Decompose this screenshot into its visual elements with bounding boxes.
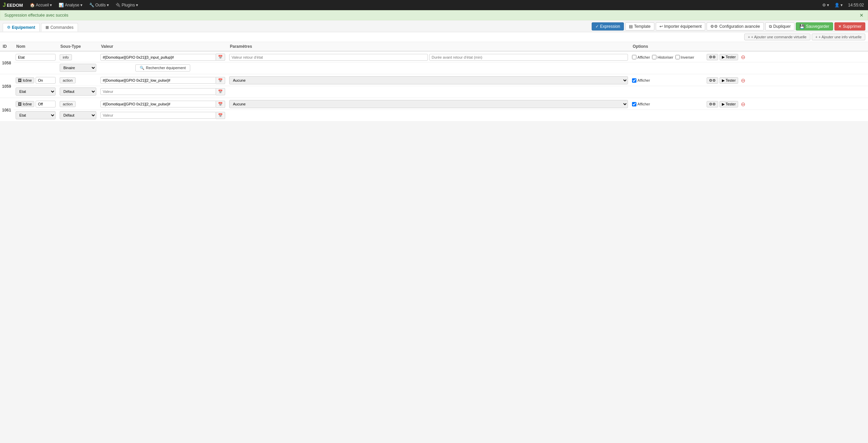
params-select-1059[interactable]: Aucune bbox=[229, 76, 628, 84]
btn-add-info[interactable]: + + Ajouter une info virtuelle bbox=[812, 34, 865, 40]
btn-importer[interactable]: ↩ Importer équipement bbox=[656, 22, 706, 31]
row-1061-nom-sub: Etat bbox=[14, 110, 58, 122]
row-1059-params: Aucune bbox=[227, 74, 630, 86]
valeur-retour-input-1058[interactable] bbox=[229, 54, 428, 61]
nav-outils[interactable]: 🔧 Outils ▾ bbox=[86, 0, 112, 10]
subtype-badge-1059: action bbox=[60, 77, 76, 83]
row-1059-subtype: action bbox=[58, 74, 98, 86]
nav-accueil[interactable]: 🏠 Accueil ▾ bbox=[27, 0, 55, 10]
btn-template[interactable]: ▤ Template bbox=[625, 22, 654, 31]
row-1058-id: 1058 bbox=[0, 51, 14, 74]
user-nav[interactable]: 👤 ▾ bbox=[833, 3, 844, 7]
valeur-input-1058[interactable] bbox=[100, 54, 216, 61]
btn-supprimer[interactable]: ✕ Supprimer bbox=[834, 22, 865, 31]
check-historiser-1058[interactable] bbox=[652, 55, 656, 59]
check-icon: ✓ bbox=[595, 24, 599, 29]
calendar-icon-1059[interactable]: 📅 bbox=[216, 77, 225, 84]
subtype2-select-1061[interactable]: Défaut Slider Message Couleur bbox=[60, 111, 96, 119]
alert-close[interactable]: ✕ bbox=[860, 13, 864, 18]
delete-icon: ✕ bbox=[838, 24, 842, 29]
check-afficher-1059[interactable] bbox=[632, 78, 636, 83]
btn-tester-1058[interactable]: ▶ Tester bbox=[719, 54, 738, 60]
btn-icone-1061[interactable]: 🖼 Icône bbox=[16, 101, 34, 107]
alert-message: Suppression effectuée avec succès bbox=[4, 13, 68, 18]
check-inverser-1058[interactable] bbox=[675, 55, 680, 59]
etat-select-1061[interactable]: Etat bbox=[16, 111, 56, 119]
settings-nav[interactable]: ⚙ ▾ bbox=[821, 3, 830, 7]
row-1059-nom: 🖼 Icône bbox=[14, 74, 58, 86]
nom-input-1058[interactable] bbox=[16, 54, 56, 61]
btn-tester-1061[interactable]: ▶ Tester bbox=[719, 101, 738, 107]
tab-bar: ⊙ Equipement ▦ Commandes ✓ Expression ▤ … bbox=[0, 20, 868, 32]
calendar-icon-1058[interactable]: 📅 bbox=[216, 54, 225, 61]
btn-settings-1058[interactable]: ⚙⚙ bbox=[707, 54, 718, 60]
row-1061-valeur: 📅 bbox=[98, 98, 227, 110]
calendar-icon2-1059[interactable]: 📅 bbox=[216, 88, 225, 95]
checkbox-afficher-1061[interactable]: Afficher bbox=[632, 102, 650, 106]
check-afficher-1061[interactable] bbox=[632, 102, 636, 106]
checkbox-afficher-1058[interactable]: Afficher bbox=[632, 55, 650, 59]
btn-rechercher-1058[interactable]: 🔍 Rechercher équipement bbox=[135, 64, 190, 72]
col-valeur: Valeur bbox=[98, 42, 227, 51]
clock: 14:55:02 bbox=[847, 3, 865, 7]
row-1061-empty bbox=[227, 110, 868, 122]
btn-config-avancee[interactable]: ⚙⚙ Configuration avancée bbox=[707, 22, 764, 31]
row-1058-nom2 bbox=[14, 62, 58, 74]
add-buttons-bar: + + Ajouter une commande virtuelle + + A… bbox=[0, 32, 868, 42]
btn-icone-1059[interactable]: 🖼 Icône bbox=[16, 77, 34, 83]
valeur2-input-1059[interactable] bbox=[100, 88, 216, 95]
subtype2-select-1059[interactable]: Défaut Slider Message Couleur bbox=[60, 87, 96, 96]
row-1058-rechercher: 🔍 Rechercher équipement bbox=[98, 62, 227, 74]
calendar-icon2-1061[interactable]: 📅 bbox=[216, 112, 225, 119]
logo-j: J bbox=[3, 2, 6, 8]
btn-settings-1061[interactable]: ⚙⚙ bbox=[707, 101, 718, 107]
tab-commandes-label: Commandes bbox=[51, 25, 74, 30]
row-1058-valeur: 📅 bbox=[98, 51, 227, 62]
btn-remove-1058[interactable]: ⊖ bbox=[739, 54, 747, 60]
subtype2-select-1058[interactable]: Binaire Numérique Texte bbox=[60, 64, 96, 72]
duree-retour-input-1058[interactable] bbox=[429, 54, 628, 61]
checkbox-inverser-1058[interactable]: Inverser bbox=[675, 55, 694, 59]
image-icon-1061: 🖼 bbox=[18, 102, 22, 106]
valeur2-input-1061[interactable] bbox=[100, 112, 216, 119]
row-1058-options: Afficher Historiser Inverser bbox=[630, 51, 705, 62]
calendar-icon-1061[interactable]: 📅 bbox=[216, 101, 225, 108]
etat-select-1059[interactable]: Etat bbox=[16, 87, 56, 96]
nav-analyse[interactable]: 📊 Analyse ▾ bbox=[56, 0, 85, 10]
tab-equipement-label: Equipement bbox=[12, 25, 35, 30]
btn-sauvegarder[interactable]: 💾 Sauvegarder bbox=[796, 22, 833, 31]
logo-rest: EEDOM bbox=[7, 3, 23, 8]
row-1059-empty bbox=[227, 86, 868, 98]
btn-remove-1061[interactable]: ⊖ bbox=[739, 101, 747, 107]
tab-commandes[interactable]: ▦ Commandes bbox=[41, 23, 78, 32]
row-1059-options: Afficher bbox=[630, 74, 705, 86]
checkbox-afficher-1059[interactable]: Afficher bbox=[632, 78, 650, 83]
check-afficher-1058[interactable] bbox=[632, 55, 636, 59]
col-subtype: Sous-Type bbox=[58, 42, 98, 51]
btn-tester-1059[interactable]: ▶ Tester bbox=[719, 77, 738, 84]
btn-settings-1059[interactable]: ⚙⚙ bbox=[707, 77, 718, 84]
nom-input-1059[interactable] bbox=[36, 77, 56, 84]
params-select-1061[interactable]: Aucune bbox=[229, 100, 628, 108]
valeur-input-1061[interactable] bbox=[100, 101, 216, 107]
template-icon: ▤ bbox=[629, 24, 633, 29]
row-1059-valeur: 📅 bbox=[98, 74, 227, 86]
equipement-icon: ⊙ bbox=[7, 25, 10, 29]
btn-remove-1059[interactable]: ⊖ bbox=[739, 77, 747, 84]
checkbox-historiser-1058[interactable]: Historiser bbox=[652, 55, 673, 59]
col-params: Paramètres bbox=[227, 42, 630, 51]
nav-plugins[interactable]: 🔌 Plugins ▾ bbox=[113, 0, 141, 10]
row-1061-actions: ⚙⚙ ▶ Tester ⊖ bbox=[705, 98, 868, 110]
config-icon: ⚙⚙ bbox=[710, 24, 718, 29]
tab-equipement[interactable]: ⊙ Equipement bbox=[3, 23, 40, 32]
row-1061-params: Aucune bbox=[227, 98, 630, 110]
btn-add-command[interactable]: + + Ajouter une commande virtuelle bbox=[744, 34, 810, 40]
btn-dupliquer[interactable]: ⧉ Dupliquer bbox=[765, 22, 794, 31]
valeur-input-1059[interactable] bbox=[100, 77, 216, 84]
btn-expression[interactable]: ✓ Expression bbox=[592, 22, 624, 31]
row-1058-nom bbox=[14, 51, 58, 62]
row-1061-subtype: action bbox=[58, 98, 98, 110]
col-options: Options bbox=[630, 42, 705, 51]
nom-input-1061[interactable] bbox=[36, 101, 56, 107]
brand: JEEDOM bbox=[3, 2, 23, 8]
